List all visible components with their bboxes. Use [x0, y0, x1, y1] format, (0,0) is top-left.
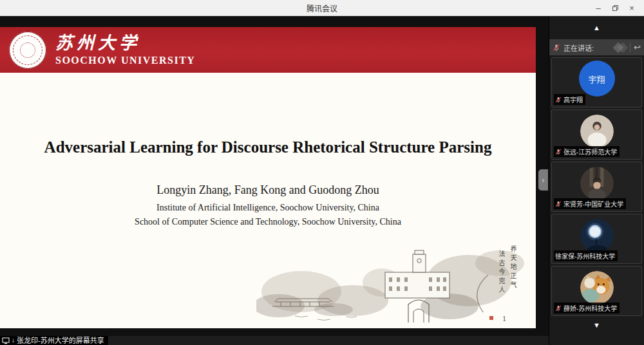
window-title: 腾讯会议 — [307, 3, 337, 14]
participant-name: 宋贤芳-中国矿业大学 — [564, 199, 623, 209]
screen-share-view: 苏州大学 SOOCHOW UNIVERSITY Adversarial Lear… — [0, 16, 549, 345]
participant-name: 徐家保-苏州科技大学 — [555, 251, 615, 261]
avatar-photo — [580, 219, 614, 252]
participant-list: 宇翔 高宇翔 — [549, 55, 644, 318]
avatar-photo-graphic — [580, 271, 614, 304]
mic-muted-icon — [555, 305, 562, 312]
status-bar: ↓ 张龙印-苏州大学的屏幕共享 — [0, 336, 549, 345]
mic-muted-icon — [555, 149, 562, 155]
participant-tile[interactable]: 薛娇-苏州科技大学 — [551, 266, 642, 316]
speaker-avatars-fading — [614, 44, 627, 51]
participant-tile[interactable]: 宋贤芳-中国矿业大学 — [551, 162, 642, 212]
participants-panel: ▲ 正在讲话: ↩ — [549, 16, 644, 345]
restore-button[interactable] — [607, 0, 623, 16]
titlebar: 腾讯会议 – × — [0, 0, 644, 16]
participant-tile[interactable]: 徐家保-苏州科技大学 — [551, 214, 642, 264]
slide-header-banner: 苏州大学 SOOCHOW UNIVERSITY — [0, 27, 536, 73]
scroll-up-icon: ▲ — [593, 24, 600, 32]
main-area: 苏州大学 SOOCHOW UNIVERSITY Adversarial Lear… — [0, 16, 644, 345]
participant-tile[interactable]: 张远-江苏师范大学 — [551, 109, 642, 160]
back-arrow-icon[interactable]: ↩ — [634, 42, 641, 52]
download-arrow-icon: ↓ — [12, 336, 15, 345]
motto-right-column: 养天地正气 — [508, 245, 518, 290]
participant-name: 张远-江苏师范大学 — [564, 147, 617, 156]
mic-muted-icon — [555, 97, 562, 103]
university-name-zh: 苏州大学 — [55, 33, 195, 53]
panel-collapse-handle[interactable]: › — [538, 169, 548, 191]
close-button[interactable]: × — [623, 0, 640, 16]
participant-name-chip: 宋贤芳-中国矿业大学 — [554, 198, 626, 209]
scroll-up-button[interactable]: ▲ — [549, 16, 644, 39]
screen-share-icon — [2, 337, 10, 344]
participant-tile[interactable]: 宇翔 高宇翔 — [551, 57, 642, 107]
scroll-down-button[interactable]: ▼ — [549, 318, 644, 332]
divider — [630, 43, 630, 52]
painter-seal — [489, 316, 493, 320]
university-name-block: 苏州大学 SOOCHOW UNIVERSITY — [55, 33, 195, 66]
speaking-bar: 正在讲话: ↩ — [549, 39, 644, 55]
affiliation-line-1: Institute of Artificial Intelligence, So… — [0, 203, 536, 213]
screen-share-indicator: ↓ 张龙印-苏州大学的屏幕共享 — [0, 336, 108, 345]
soochow-seal-logo — [9, 32, 46, 69]
authors-block: Longyin Zhang, Fang Kong and Guodong Zho… — [0, 183, 536, 231]
ink-painting-graphic — [256, 245, 527, 326]
seal-core — [20, 42, 35, 58]
avatar-photo — [580, 271, 614, 304]
participant-name-chip: 高宇翔 — [554, 94, 585, 105]
presentation-slide: Adversarial Learning for Discourse Rheto… — [0, 73, 536, 328]
mic-muted-icon — [553, 44, 560, 51]
avatar-photo-graphic — [580, 115, 614, 148]
avatar-photo-graphic — [580, 219, 614, 252]
mic-muted-icon — [555, 201, 562, 207]
participant-name-chip: 薛娇-苏州科技大学 — [554, 303, 620, 313]
avatar-initials: 宇翔 — [588, 73, 605, 85]
chevron-right-icon: › — [542, 175, 544, 185]
tencent-meeting-window: 腾讯会议 – × 苏州大学 SOOCHOW — [0, 0, 644, 345]
avatar-photo — [580, 167, 614, 200]
authors-line: Longyin Zhang, Fang Kong and Guodong Zho… — [0, 183, 536, 197]
campus-ink-painting: 养天地正气 法古今完人 1 — [256, 245, 527, 326]
avatar-photo — [580, 115, 614, 148]
scroll-down-icon: ▼ — [593, 321, 600, 329]
restore-icon — [612, 5, 619, 12]
motto-left-column: 法古今完人 — [497, 250, 506, 295]
participant-name: 薛娇-苏州科技大学 — [564, 303, 617, 313]
participant-name-chip: 徐家保-苏州科技大学 — [554, 250, 618, 261]
slide-title: Adversarial Learning for Discourse Rheto… — [0, 138, 536, 156]
slide-page-number: 1 — [502, 314, 506, 324]
avatar-photo-graphic — [580, 167, 614, 200]
window-controls: – × — [590, 0, 640, 16]
affiliation-line-2: School of Computer Science and Technolog… — [0, 217, 536, 227]
participant-name-chip: 张远-江苏师范大学 — [554, 146, 620, 157]
share-label: 张龙印-苏州大学的屏幕共享 — [17, 336, 104, 345]
speaking-label: 正在讲话: — [564, 42, 594, 53]
avatar-initials-circle: 宇翔 — [579, 61, 615, 97]
participant-name: 高宇翔 — [564, 95, 583, 104]
university-name-en: SOOCHOW UNIVERSITY — [55, 55, 195, 66]
minimize-button[interactable]: – — [590, 0, 607, 16]
